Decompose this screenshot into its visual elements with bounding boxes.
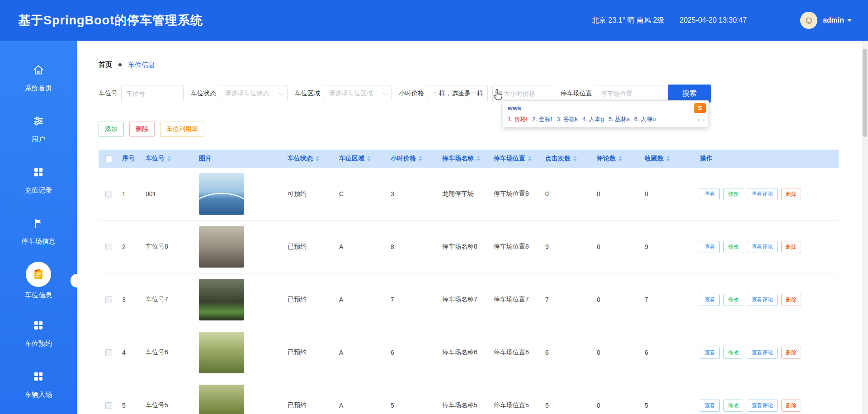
delete-row-button[interactable]: 删除 — [781, 188, 801, 200]
column-header[interactable]: 车位区域 — [335, 155, 387, 163]
sort-icons[interactable] — [476, 156, 480, 161]
sort-icons[interactable] — [528, 156, 532, 161]
ime-candidate[interactable]: 2. 坐标f — [532, 115, 552, 123]
column-header[interactable]: 图片 — [195, 155, 284, 163]
comments-row-button[interactable]: 查看评论 — [747, 347, 778, 359]
sort-icons[interactable] — [419, 156, 422, 161]
sidebar-item-users[interactable]: 用户 — [0, 102, 77, 153]
edit-row-button[interactable]: 修改 — [723, 400, 743, 412]
breadcrumb-home[interactable]: 首页 — [99, 61, 112, 69]
sort-icons[interactable] — [167, 156, 171, 161]
edit-row-button[interactable]: 修改 — [723, 188, 743, 200]
scrollbar-thumb[interactable] — [863, 49, 867, 137]
edit-row-button[interactable]: 修改 — [723, 347, 743, 359]
ime-candidate[interactable]: 5. 丛林s — [609, 115, 630, 123]
ime-next-page[interactable]: › — [703, 116, 705, 123]
ime-candidate[interactable]: 6. 人梯u — [634, 115, 656, 123]
utilization-button[interactable]: 车位利用率 — [160, 122, 204, 137]
sort-desc-icon[interactable] — [419, 159, 422, 161]
column-header[interactable]: 停车场名称 — [439, 155, 490, 163]
sidebar-item-home[interactable]: 系统首页 — [0, 51, 77, 102]
comments-row-button[interactable]: 查看评论 — [747, 294, 778, 306]
sidebar-item-vehicle-entry[interactable]: 车辆入场 — [0, 357, 77, 408]
column-header[interactable]: 小时价格 — [387, 155, 439, 163]
ime-candidate[interactable]: 4. 人本g — [582, 115, 604, 123]
sort-asc-icon[interactable] — [528, 156, 532, 158]
ime-logo-icon[interactable]: S — [694, 103, 706, 113]
select-all-checkbox[interactable] — [105, 155, 112, 162]
sort-desc-icon[interactable] — [666, 159, 670, 161]
sidebar-item-space-reservation[interactable]: 车位预约 — [0, 306, 77, 357]
row-photo[interactable] — [199, 385, 244, 414]
sort-desc-icon[interactable] — [316, 159, 319, 161]
view-row-button[interactable]: 查看 — [700, 400, 720, 412]
sort-asc-icon[interactable] — [167, 156, 171, 158]
ime-candidate[interactable]: 1. 价格t — [508, 115, 528, 123]
sort-asc-icon[interactable] — [573, 156, 577, 158]
column-header[interactable]: 车位号 — [142, 155, 195, 163]
sort-icons[interactable] — [316, 156, 319, 161]
sort-asc-icon[interactable] — [666, 156, 670, 158]
delete-row-button[interactable]: 删除 — [781, 294, 801, 306]
column-header[interactable]: 点击次数 — [542, 155, 593, 163]
sort-asc-icon[interactable] — [476, 156, 480, 158]
sort-asc-icon[interactable] — [316, 156, 319, 158]
column-header[interactable]: 评论数 — [593, 155, 641, 163]
sort-desc-icon[interactable] — [618, 159, 622, 161]
row-photo[interactable] — [199, 226, 244, 268]
status-select[interactable]: 请选择车位状态 — [220, 85, 288, 102]
sort-desc-icon[interactable] — [476, 159, 480, 161]
row-checkbox[interactable] — [105, 244, 112, 250]
comments-row-button[interactable]: 查看评论 — [747, 188, 778, 200]
avatar[interactable]: ☺ — [800, 12, 817, 29]
edit-row-button[interactable]: 修改 — [723, 241, 743, 253]
column-header[interactable]: 序号 — [118, 155, 142, 163]
view-row-button[interactable]: 查看 — [700, 347, 720, 359]
max-price-input[interactable] — [492, 85, 553, 102]
view-row-button[interactable]: 查看 — [700, 188, 720, 200]
row-photo[interactable] — [199, 279, 244, 320]
sort-desc-icon[interactable] — [573, 159, 577, 161]
row-photo[interactable] — [199, 173, 244, 215]
sort-asc-icon[interactable] — [419, 156, 422, 158]
comments-row-button[interactable]: 查看评论 — [747, 400, 778, 412]
edit-row-button[interactable]: 修改 — [723, 294, 743, 306]
column-header[interactable]: 停车场位置 — [490, 155, 542, 163]
row-checkbox[interactable] — [105, 296, 112, 303]
row-photo[interactable] — [199, 332, 244, 373]
search-button[interactable]: 搜索 — [668, 85, 711, 103]
sort-desc-icon[interactable] — [367, 159, 371, 161]
sort-icons[interactable] — [367, 156, 371, 161]
sort-icons[interactable] — [618, 156, 622, 161]
view-row-button[interactable]: 查看 — [700, 241, 720, 253]
sort-icons[interactable] — [666, 156, 670, 161]
space-no-input[interactable] — [121, 85, 184, 102]
ime-candidate[interactable]: 3. 谷歌k — [557, 115, 578, 123]
column-header[interactable]: 操作 — [696, 155, 839, 163]
delete-row-button[interactable]: 删除 — [781, 241, 801, 253]
sidebar-item-recharge-records[interactable]: 充值记录 — [0, 153, 77, 204]
ime-prev-page[interactable]: ‹ — [698, 116, 699, 123]
sort-desc-icon[interactable] — [528, 159, 532, 161]
row-checkbox[interactable] — [105, 191, 112, 198]
sort-asc-icon[interactable] — [367, 156, 371, 158]
comments-row-button[interactable]: 查看评论 — [747, 241, 778, 253]
delete-button[interactable]: 删除 — [129, 122, 155, 137]
view-row-button[interactable]: 查看 — [700, 294, 720, 306]
sort-asc-icon[interactable] — [618, 156, 622, 158]
row-checkbox[interactable] — [105, 402, 112, 409]
row-checkbox[interactable] — [105, 349, 112, 356]
area-select[interactable]: 请选择车位区域 — [324, 85, 392, 102]
delete-row-button[interactable]: 删除 — [781, 347, 801, 359]
scrollbar[interactable] — [862, 41, 868, 414]
sort-desc-icon[interactable] — [167, 159, 171, 161]
location-input[interactable] — [596, 85, 662, 102]
user-menu[interactable]: admin — [823, 16, 852, 24]
column-header[interactable]: 车位状态 — [284, 155, 335, 163]
sort-icons[interactable] — [573, 156, 577, 161]
sidebar-item-parking-lot-info[interactable]: 停车场信息 — [0, 204, 77, 255]
delete-row-button[interactable]: 删除 — [781, 400, 801, 412]
sidebar-item-parking-space-info[interactable]: 车位信息 — [0, 255, 77, 306]
min-price-input[interactable] — [428, 85, 488, 102]
add-button[interactable]: 添加 — [99, 122, 124, 137]
